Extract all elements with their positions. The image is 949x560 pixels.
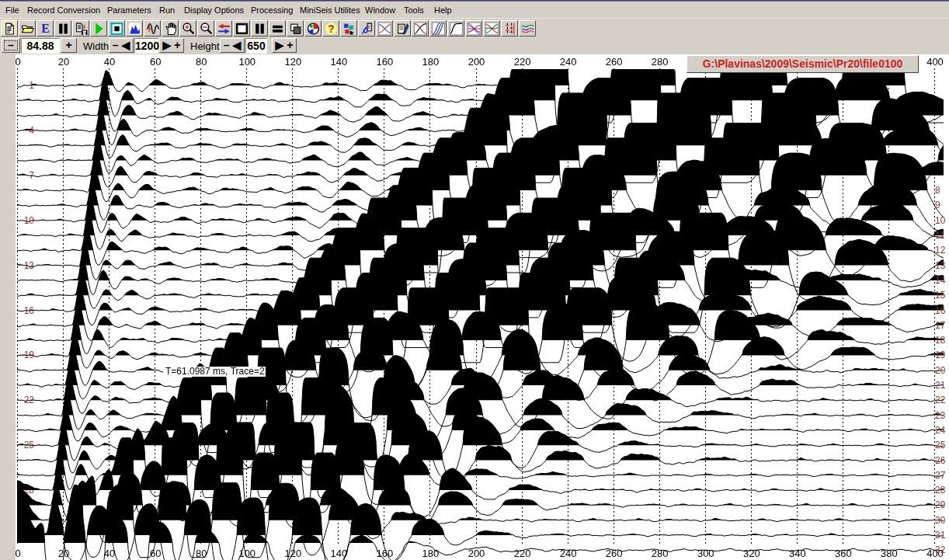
svg-text:E: E xyxy=(41,22,50,35)
svg-text:?: ? xyxy=(328,23,334,35)
